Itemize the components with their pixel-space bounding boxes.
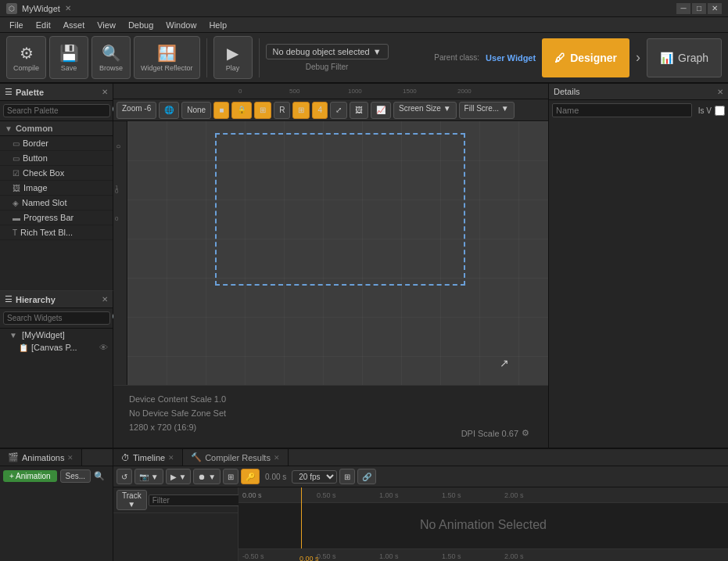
menu-help[interactable]: Help [203,17,233,33]
compile-icon: ⚙ [20,44,34,63]
visibility-eye-icon[interactable]: 👁 [99,343,108,352]
menu-debug[interactable]: Debug [122,17,160,33]
palette-close-icon[interactable]: ✕ [102,88,108,96]
timeline-icon: ⏱ [121,453,130,462]
menu-view[interactable]: View [91,17,122,33]
palette-collapse-icon: ▼ [5,124,13,133]
compiler-tab[interactable]: 🔨 Compiler Results ✕ [183,449,289,466]
palette-item-progress-bar[interactable]: ▬ Progress Bar [0,210,113,225]
menu-asset[interactable]: Asset [57,17,91,33]
lock-timeline-button[interactable]: 🔗 [357,469,376,484]
timeline-tab[interactable]: ⏱ Timeline ✕ [113,449,183,466]
no-animation-label: No Animation Selected [420,518,547,532]
main-toolbar: ⚙ Compile 💾 Save 🔍 Browse 🪟 Widget Refle… [0,33,728,84]
dpi-settings-icon[interactable]: ⚙ [522,428,529,438]
palette-item-button[interactable]: ▭ Button [0,151,113,166]
move-button[interactable]: ⤢ [330,102,347,119]
palette-common-header[interactable]: ▼ Common [0,121,113,136]
record-button[interactable]: ⏺ ▼ [193,469,221,484]
bottom-ruler-200: 2.00 s [504,552,524,560]
snap-keys-button[interactable]: ⊞ [223,469,238,484]
debug-filter-label: Debug Filter [266,63,389,71]
hierarchy-item-canvas[interactable]: 📋 [Canvas P... 👁 [0,341,113,354]
button-icon: ▭ [13,154,20,163]
details-isv-checkbox[interactable] [715,106,725,116]
session-button[interactable]: Ses... [60,469,91,483]
minimize-button[interactable]: ─ [676,3,690,14]
rich-text-icon: T [13,228,17,237]
palette-search-input[interactable] [3,104,110,117]
designer-icon: 🖊 [554,52,565,64]
parent-class-label: Parent class: [434,53,479,62]
globe-button[interactable]: 🌐 [159,102,179,119]
play-fwd-button[interactable]: ▶ ▼ [166,469,192,484]
palette-title: Palette [16,88,44,97]
none-button[interactable]: None [181,102,211,119]
palette-item-image[interactable]: 🖼 Image [0,181,113,196]
undo-button[interactable]: ↺ [117,469,132,484]
debug-object-dropdown[interactable]: No debug object selected ▼ [266,44,389,59]
add-animation-button[interactable]: + Animation [3,470,57,482]
grid-button[interactable]: ⊞ [254,102,271,119]
camera-button[interactable]: 📷 ▼ [134,469,163,484]
checkbox-icon: ☑ [13,169,20,178]
ruler-mark-500: 500 [289,88,299,95]
designer-button[interactable]: 🖊 Designer [542,38,629,77]
designer-label: Designer [570,52,617,64]
bottom-ruler-n050: -0.50 s [242,552,264,560]
menu-edit[interactable]: Edit [30,17,57,33]
parent-class-value: User Widget [486,53,536,63]
track-dropdown-button[interactable]: Track ▼ [117,490,147,510]
details-name-input[interactable] [552,103,692,117]
menu-file[interactable]: File [3,17,30,33]
maximize-button[interactable]: □ [692,3,706,14]
r-button[interactable]: R [274,102,290,119]
animations-tab[interactable]: 🎬 Animations ✕ [0,449,82,466]
hierarchy-search-input[interactable] [3,311,110,325]
timeline-tab-close-icon[interactable]: ✕ [168,454,174,462]
animations-tab-close-icon[interactable]: ✕ [67,454,74,462]
compile-button[interactable]: ⚙ Compile [6,36,46,79]
palette-item-image-label: Image [23,183,48,192]
widget-reflector-button[interactable]: 🪟 Widget Reflector [134,36,200,79]
num4-button[interactable]: 4 [312,102,328,119]
anim-search-icon[interactable]: 🔍 [94,471,105,481]
window-tab-close[interactable]: ✕ [65,4,71,13]
left-panels: ☰ Palette ✕ 🔍 ▼ Common ▭ Border ▭ [0,84,113,448]
fps-dropdown[interactable]: 20 fps [292,470,337,484]
menu-window[interactable]: Window [160,17,203,33]
close-button[interactable]: ✕ [708,3,722,14]
graph-label: Graph [678,52,708,64]
canvas-info-line1: Device Content Scale 1.0 [129,392,533,406]
details-name-row: Is V [552,103,725,117]
key-button[interactable]: 🔑 [241,469,260,484]
image-button[interactable]: 🖼 [350,102,368,119]
fill-screen-dropdown[interactable]: Fill Scre... ▼ [459,102,515,119]
bottom-ruler-150: 1.50 s [442,552,461,560]
details-close-icon[interactable]: ✕ [717,88,723,96]
palette-item-named-slot-label: Named Slot [22,198,66,207]
hierarchy-close-icon[interactable]: ✕ [102,295,108,304]
save-button[interactable]: 💾 Save [49,36,88,79]
hierarchy-item-mywidget[interactable]: ▼ [MyWidget] [0,329,113,341]
chart-button[interactable]: 📈 [371,102,391,119]
timeline-content: 0.00 s 0.50 s 1.00 s 1.50 s 2.00 s No An… [238,487,728,561]
screen-size-dropdown[interactable]: Screen Size ▼ [393,102,457,119]
palette-item-rich-text[interactable]: T Rich Text Bl... [0,225,113,240]
snap-button[interactable]: ■ [213,102,229,119]
palette-item-checkbox[interactable]: ☑ Check Box [0,166,113,181]
graph-button[interactable]: 📊 Graph [647,38,722,77]
ruler-200-label: 2.00 s [504,491,524,499]
palette-item-named-slot[interactable]: ◈ Named Slot [0,196,113,210]
canvas-widget-box[interactable] [215,133,465,286]
compiler-tab-close-icon[interactable]: ✕ [274,454,280,462]
snap-timeline-button[interactable]: ⊞ [339,469,355,484]
graph-icon: 📊 [660,52,673,64]
timeline-panel: ⏱ Timeline ✕ 🔨 Compiler Results ✕ ↺ 📷 ▼ … [113,449,728,561]
palette-item-border[interactable]: ▭ Border [0,136,113,151]
lock-button[interactable]: 🔒 [231,102,252,119]
browse-button[interactable]: 🔍 Browse [91,36,131,79]
play-button[interactable]: ▶ Play [213,36,253,79]
grid-snap-button[interactable]: ⊞ [292,102,310,119]
playhead-time-label: 0.00 s [242,491,262,499]
